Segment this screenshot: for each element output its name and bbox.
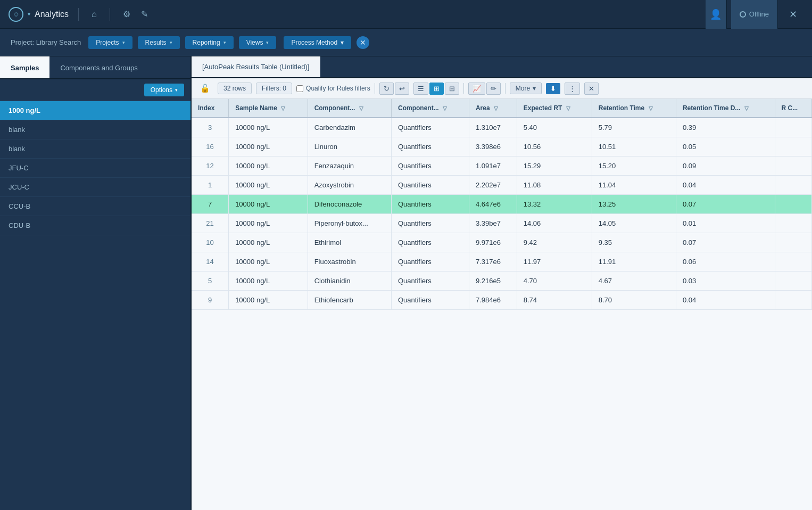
cell-sample-name: 10000 ng/L [229,157,308,176]
sample-item-cdu-b[interactable]: CDU-B [0,216,190,235]
cell-expected-rt: 11.08 [517,176,592,195]
grid-view-button[interactable]: ⊞ [429,83,444,95]
cell-index: 3 [192,118,229,137]
cell-rc [775,118,811,137]
settings-button[interactable]: ⚙ [120,7,134,21]
main-content: Samples Components and Groups Options ▾ … [0,56,812,510]
sample-item-ccu-b[interactable]: CCU-B [0,197,190,216]
cell-component1: Piperonyl-butox... [308,214,391,233]
tab-samples[interactable]: Samples [0,56,49,78]
results-label: Results [145,39,167,46]
more-label: More [516,85,530,92]
cell-retention-time: 10.51 [592,137,676,157]
undo-button[interactable]: ↩ [395,83,409,95]
cell-retention-time-d: 0.07 [676,195,775,214]
options-button[interactable]: Options ▾ [144,84,184,96]
qualify-checkbox-label[interactable]: Qualify for Rules filters [296,85,370,92]
divider2 [110,8,110,21]
cell-expected-rt: 15.29 [517,157,592,176]
col-area-label: Area [476,104,490,112]
cell-area: 3.398e6 [469,137,517,157]
user-button[interactable]: 👤 [706,0,727,29]
home-button[interactable]: ⌂ [88,7,100,21]
table-header: Index Sample Name ▽ Component... ▽ Compo… [192,99,812,118]
refresh-button[interactable]: ↻ [379,83,394,95]
table-row[interactable]: 1610000 ng/LLinuronQuantifiers3.398e610.… [192,137,812,157]
sample-item-blank2[interactable]: blank [0,139,190,159]
cell-expected-rt: 10.56 [517,137,592,157]
cell-rc [775,157,811,176]
offline-label: Offline [749,10,769,18]
edit-button[interactable]: ✎ [138,7,151,21]
col-retention-time-label: Retention Time [599,104,644,112]
reporting-button[interactable]: Reporting ▾ [185,36,234,49]
cell-area: 9.971e6 [469,233,517,252]
expected-rt-filter-icon[interactable]: ▽ [566,105,570,111]
cell-retention-time: 11.04 [592,176,676,195]
cell-rc [775,272,811,291]
chart-button[interactable]: 📈 [468,83,485,95]
table-row[interactable]: 910000 ng/LEthiofencarbQuantifiers7.984e… [192,291,812,310]
cell-component2: Quantifiers [392,233,469,252]
component1-filter-icon[interactable]: ▽ [359,105,363,111]
sample-item-jcu-c[interactable]: JCU-C [0,178,190,197]
more-button[interactable]: More ▾ [510,83,542,94]
results-button[interactable]: Results ▾ [138,36,180,49]
col-expected-rt: Expected RT ▽ [517,99,592,118]
table-row[interactable]: 1210000 ng/LFenzazaquinQuantifiers1.091e… [192,157,812,176]
cell-component2: Quantifiers [392,157,469,176]
process-method-button[interactable]: Process Method ▾ [284,36,351,49]
list-view-button[interactable]: ☰ [413,83,428,95]
table-row[interactable]: 1410000 ng/LFluoxastrobinQuantifiers7.31… [192,252,812,272]
cell-index: 5 [192,272,229,291]
sample-item-blank1[interactable]: blank [0,120,190,139]
more-chevron: ▾ [533,85,536,92]
window-close-button[interactable]: ✕ [782,0,803,29]
retention-time-d-filter-icon[interactable]: ▽ [744,105,749,111]
results-toolbar: 🔓 32 rows Filters: 0 Qualify for Rules f… [192,78,812,99]
results-tab-autopeak[interactable]: [AutoPeak Results Table (Untitled)] [192,56,320,77]
component2-filter-icon[interactable]: ▽ [443,105,447,111]
tab-components-and-groups[interactable]: Components and Groups [49,56,148,78]
table-row[interactable]: 710000 ng/LDifenoconazoleQuantifiers4.64… [192,195,812,214]
app-dropdown-arrow[interactable]: ▾ [28,11,30,17]
sample-item-1000ng[interactable]: 1000 ng/L [0,101,190,120]
projects-button[interactable]: Projects ▾ [88,36,132,49]
cell-index: 1 [192,176,229,195]
col-expected-rt-label: Expected RT [524,104,562,112]
cell-rc [775,233,811,252]
cell-index: 10 [192,233,229,252]
table-row[interactable]: 1010000 ng/LEthirimolQuantifiers9.971e69… [192,233,812,252]
cell-component1: Carbendazim [308,118,391,137]
offline-button[interactable]: Offline [731,0,778,29]
qualify-checkbox-input[interactable] [296,85,303,92]
offline-indicator [740,11,746,18]
column-config-button[interactable]: ⋮ [565,83,580,95]
table-row[interactable]: 2110000 ng/LPiperonyl-butox...Quantifier… [192,214,812,233]
cell-area: 7.984e6 [469,291,517,310]
export-blue-button[interactable]: ⬇ [546,83,560,94]
table-row[interactable]: 110000 ng/LAzoxystrobinQuantifiers2.202e… [192,176,812,195]
cell-expected-rt: 13.32 [517,195,592,214]
sample-item-label: CDU-B [9,221,30,229]
table-row[interactable]: 510000 ng/LClothianidinQuantifiers9.216e… [192,272,812,291]
table-row[interactable]: 310000 ng/LCarbendazimQuantifiers1.310e7… [192,118,812,137]
sample-name-filter-icon[interactable]: ▽ [281,105,285,111]
views-button[interactable]: Views ▾ [239,36,277,49]
cell-retention-time-d: 0.39 [676,118,775,137]
toolbar-close-button[interactable]: ✕ [584,83,599,95]
retention-time-filter-icon[interactable]: ▽ [649,105,653,111]
cell-rc [775,176,811,195]
sample-item-jfu-c[interactable]: JFU-C [0,159,190,178]
area-filter-icon[interactable]: ▽ [494,105,498,111]
col-component2-label: Component... [398,104,439,112]
cell-area: 9.216e5 [469,272,517,291]
header-close-button[interactable]: ✕ [357,36,369,49]
detail-view-button[interactable]: ⊟ [445,83,459,95]
cell-index: 21 [192,214,229,233]
edit-chart-button[interactable]: ✏ [486,83,501,95]
lock-icon-button[interactable]: 🔓 [197,81,213,95]
cell-component2: Quantifiers [392,176,469,195]
top-bar: ◇ ▾ Analytics ⌂ ⚙ ✎ 👤 Offline ✕ [0,0,812,29]
cell-area: 1.091e7 [469,157,517,176]
